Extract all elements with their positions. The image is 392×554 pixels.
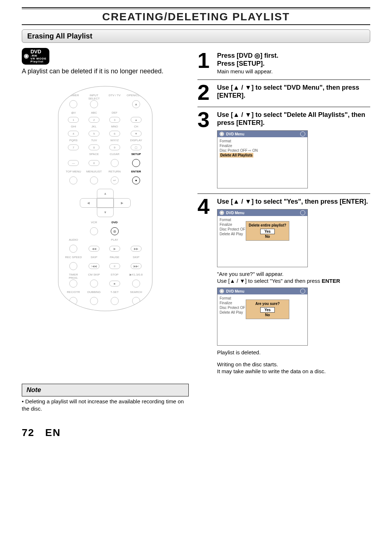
remote-button bbox=[69, 100, 77, 108]
osd-dialog-question: Delete entire playlist? bbox=[248, 223, 287, 228]
osd-dialog-no: No bbox=[260, 234, 275, 239]
remote-button: — bbox=[68, 160, 79, 166]
remote-label: AUDIO bbox=[65, 238, 82, 242]
remote-label-setup: SETUP bbox=[127, 152, 146, 156]
remote-label: OPEN/CLOSE bbox=[127, 94, 146, 97]
remote-button-enter: ● bbox=[132, 176, 140, 184]
remote-label: @!/ bbox=[65, 111, 82, 115]
step-subtext: Writing on the disc starts. bbox=[217, 361, 370, 367]
page-footer: 72 EN bbox=[22, 427, 370, 439]
remote-label: INPUT SELECT bbox=[86, 94, 103, 97]
remote-button bbox=[132, 297, 140, 305]
step-subtext-line: Use [▲ / ▼] to select "Yes" and then pre… bbox=[217, 278, 320, 284]
remote-label: SEARCH bbox=[127, 290, 146, 294]
step-number: 2 bbox=[197, 83, 212, 102]
remote-label: CM SKIP bbox=[86, 273, 103, 277]
step-3: 3 Use [▲ / ▼] to select "Delete All Play… bbox=[197, 107, 370, 194]
section-heading: Erasing All Playlist bbox=[22, 29, 370, 43]
remote-label: RETURN bbox=[106, 170, 123, 174]
remote-button: ▼ bbox=[131, 131, 142, 137]
remote-button: 8 bbox=[89, 144, 99, 150]
remote-label: MENU/LIST bbox=[86, 170, 103, 174]
remote-label: TOP MENU bbox=[65, 170, 82, 174]
remote-button: 6 bbox=[109, 131, 120, 137]
osd-dialog-yes: Yes bbox=[260, 229, 275, 234]
remote-footer: DVD RECORDER / VCR bbox=[65, 311, 146, 311]
step-subtext: Playlist is deleted. bbox=[217, 349, 370, 355]
note-text: Deleting a playlist will not increase th… bbox=[22, 398, 189, 412]
remote-button: 3 bbox=[109, 117, 120, 123]
remote-label bbox=[65, 152, 82, 156]
page-title: CREATING/DELETING PLAYLIST bbox=[22, 9, 370, 23]
step-instruction: Use [▲ / ▼] to select "Yes", then press … bbox=[217, 197, 370, 205]
remote-label: DUBBING bbox=[86, 290, 103, 294]
remote-label: DEF bbox=[106, 111, 123, 115]
remote-button bbox=[90, 297, 98, 305]
step-instruction: Use [▲ / ▼] to select "DVD Menu", then p… bbox=[217, 83, 370, 99]
remote-button: ■ bbox=[109, 281, 120, 286]
remote-button bbox=[90, 100, 98, 108]
remote-button: ▶▶ bbox=[131, 246, 142, 252]
remote-button: I◀◀ bbox=[89, 263, 99, 269]
remote-label: TIMER PROG. bbox=[65, 273, 82, 277]
remote-button: ▶ bbox=[109, 246, 120, 252]
remote-label: T-SET bbox=[106, 290, 123, 294]
remote-label: POWER bbox=[65, 94, 82, 97]
remote-label: ▶X1.3/0.8 bbox=[127, 273, 146, 277]
remote-button bbox=[90, 280, 98, 288]
remote-button: ↩ bbox=[111, 176, 119, 184]
remote-button: 2 bbox=[89, 117, 99, 123]
remote-dpad: ▲ ◀ ▶ ▼ bbox=[80, 189, 131, 217]
remote-label: STOP bbox=[106, 273, 123, 277]
step-4: 4 Use [▲ / ▼] to select "Yes", then pres… bbox=[197, 194, 370, 379]
osd-title: DVD Menu bbox=[217, 288, 307, 294]
page-lang: EN bbox=[45, 427, 61, 438]
osd-screenshot: DVD Menu Format Finalize Disc Protect OF… bbox=[217, 209, 308, 267]
remote-label: DTV / TV bbox=[106, 94, 123, 97]
remote-label-enter: ENTER bbox=[127, 170, 146, 174]
remote-button: 0 bbox=[89, 160, 99, 166]
osd-screenshot: DVD Menu Format Finalize Disc Protect OF… bbox=[217, 130, 308, 188]
dvd-badge-main: DVD bbox=[30, 49, 41, 54]
remote-label-dvd: DVD bbox=[106, 221, 123, 224]
osd-item: Finalize bbox=[220, 143, 305, 148]
remote-label: VCR bbox=[86, 221, 103, 224]
page-border: CREATING/DELETING PLAYLIST bbox=[22, 7, 370, 25]
remote-button: 5 bbox=[89, 131, 99, 137]
step-subtext: Main menu will appear. bbox=[217, 68, 370, 74]
remote-button: ▲ bbox=[132, 100, 140, 108]
remote-control-illustration: POWER INPUT SELECT DTV / TV OPEN/CLOSE ▲… bbox=[58, 86, 152, 311]
osd-dialog-no: No bbox=[260, 313, 275, 317]
dvd-badge: DVD -RW VR MODE Playlist bbox=[22, 48, 49, 65]
remote-button: ▲ bbox=[131, 117, 142, 123]
remote-button: 9 bbox=[109, 144, 120, 150]
remote-label: JKL bbox=[86, 125, 103, 129]
page-number: 72 bbox=[22, 427, 34, 438]
remote-label: PQRS bbox=[65, 139, 82, 142]
remote-button: 1 bbox=[68, 117, 79, 123]
step-1: 1 Press [DVD ◎] first. Press [SETUP]. Ma… bbox=[197, 48, 370, 80]
remote-label: PLAY bbox=[106, 238, 123, 242]
osd-dialog: Are you sure? Yes No bbox=[246, 300, 289, 319]
remote-label: CH bbox=[127, 125, 146, 129]
remote-label: SKIP bbox=[127, 256, 146, 259]
step-number: 1 bbox=[197, 52, 212, 74]
step-subtext: "Are you sure?" will appear. bbox=[217, 271, 370, 277]
remote-label: ABC bbox=[86, 111, 103, 115]
remote-button: II bbox=[109, 263, 120, 269]
remote-button bbox=[69, 280, 77, 288]
intro-text: A playlist can be deleted if it is no lo… bbox=[22, 68, 189, 75]
remote-button bbox=[90, 227, 98, 235]
step-2: 2 Use [▲ / ▼] to select "DVD Menu", then… bbox=[197, 80, 370, 107]
remote-label: PAUSE bbox=[106, 256, 123, 259]
remote-button bbox=[90, 176, 98, 184]
remote-button bbox=[69, 297, 77, 305]
osd-dialog-question: Are you sure? bbox=[248, 301, 287, 306]
remote-button: 4 bbox=[68, 131, 79, 137]
remote-label bbox=[127, 111, 146, 115]
remote-button bbox=[132, 280, 140, 288]
remote-button: ◀◀ bbox=[89, 246, 99, 252]
remote-button: ▶▶I bbox=[131, 263, 142, 269]
remote-button bbox=[111, 159, 119, 167]
remote-button bbox=[69, 262, 77, 270]
